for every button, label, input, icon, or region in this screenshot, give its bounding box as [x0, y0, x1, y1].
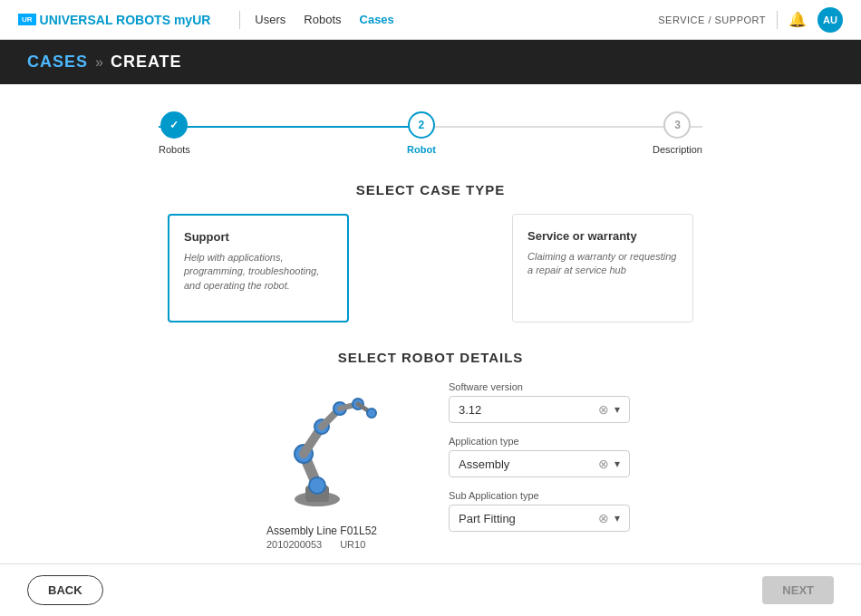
- sub-application-type-clear-icon[interactable]: ⊗: [598, 511, 609, 525]
- brand-universal: UNIVERSAL ROBOTS: [40, 13, 170, 27]
- step-2-label: Robot: [407, 144, 436, 155]
- user-avatar[interactable]: AU: [817, 7, 843, 33]
- breadcrumb-create: CREATE: [111, 53, 182, 72]
- nav-cases[interactable]: Cases: [360, 13, 394, 26]
- logo: UR UNIVERSAL ROBOTS myUR: [18, 13, 210, 27]
- robot-arm-svg: [249, 386, 394, 513]
- nav-robots[interactable]: Robots: [304, 13, 341, 26]
- software-version-icons: ⊗ ▾: [598, 402, 620, 417]
- notification-bell-icon[interactable]: 🔔: [788, 11, 807, 28]
- step-2-circle: 2: [408, 111, 435, 139]
- bottom-bar: BACK NEXT: [0, 563, 861, 616]
- robot-details-row: 2010200053 UR10: [266, 539, 377, 550]
- software-version-clear-icon[interactable]: ⊗: [598, 402, 609, 417]
- case-card-support-title: Support: [184, 230, 333, 244]
- sub-application-type-select[interactable]: Part Fitting ⊗ ▾: [449, 505, 630, 532]
- nav-divider: [239, 11, 240, 29]
- back-button[interactable]: BACK: [27, 575, 103, 605]
- software-version-field: Software version 3.12 ⊗ ▾: [449, 381, 630, 423]
- application-type-clear-icon[interactable]: ⊗: [598, 457, 609, 471]
- robot-serial: 2010200053: [266, 539, 322, 550]
- sub-application-type-icons: ⊗ ▾: [598, 511, 620, 525]
- main-content: ✓ Robots 2 Robot 3 Description SELECT CA…: [0, 84, 861, 613]
- application-type-icons: ⊗ ▾: [598, 457, 620, 471]
- page-header: CASES » CREATE: [0, 40, 861, 84]
- application-type-select[interactable]: Assembly ⊗ ▾: [449, 450, 630, 477]
- stepper-steps: ✓ Robots 2 Robot 3 Description: [159, 111, 702, 155]
- application-type-chevron-icon[interactable]: ▾: [614, 457, 620, 470]
- application-type-value: Assembly: [459, 457, 598, 471]
- robot-info: Assembly Line F01L52 2010200053 UR10: [266, 525, 377, 550]
- case-card-support[interactable]: Support Help with applications, programm…: [168, 214, 349, 322]
- step-1-label: Robots: [159, 144, 190, 155]
- case-card-service[interactable]: Service or warranty Claiming a warranty …: [512, 214, 693, 322]
- case-card-spacer: [367, 214, 494, 322]
- breadcrumb-cases[interactable]: CASES: [27, 53, 88, 72]
- sub-application-type-field: Sub Application type Part Fitting ⊗ ▾: [449, 490, 630, 532]
- step-1-circle: ✓: [160, 111, 188, 139]
- svg-point-12: [309, 477, 325, 494]
- software-version-value: 3.12: [459, 403, 598, 417]
- step-2: 2 Robot: [407, 111, 436, 155]
- step-3-label: Description: [653, 144, 702, 155]
- robot-details: Assembly Line F01L52 2010200053 UR10 Sof…: [36, 381, 825, 550]
- brand-myur: myUR: [174, 13, 210, 27]
- case-type-title: SELECT CASE TYPE: [36, 182, 825, 197]
- brand-name: UNIVERSAL ROBOTS myUR: [40, 13, 211, 27]
- breadcrumb-arrow-icon: »: [95, 54, 103, 71]
- step-3-circle: 3: [663, 111, 691, 139]
- breadcrumb: CASES » CREATE: [27, 53, 182, 72]
- case-card-service-desc: Claiming a warranty or requesting a repa…: [527, 250, 678, 278]
- software-version-label: Software version: [449, 381, 630, 392]
- robot-form-side: Software version 3.12 ⊗ ▾ Application ty…: [449, 381, 630, 550]
- stepper: ✓ Robots 2 Robot 3 Description: [36, 111, 825, 155]
- sub-application-type-label: Sub Application type: [449, 490, 630, 501]
- robot-image: [231, 381, 412, 517]
- step-1: ✓ Robots: [159, 111, 190, 155]
- robot-image-side: Assembly Line F01L52 2010200053 UR10: [231, 381, 412, 550]
- case-type-cards: Support Help with applications, programm…: [36, 214, 825, 322]
- navbar: UR UNIVERSAL ROBOTS myUR Users Robots Ca…: [0, 0, 861, 40]
- service-support-link[interactable]: SERVICE / SUPPORT: [658, 14, 766, 25]
- case-card-service-title: Service or warranty: [527, 229, 678, 243]
- navbar-right-divider: [777, 11, 778, 29]
- application-type-field: Application type Assembly ⊗ ▾: [449, 436, 630, 477]
- nav-users[interactable]: Users: [255, 13, 285, 26]
- step-3: 3 Description: [653, 111, 702, 155]
- sub-application-type-value: Part Fitting: [459, 512, 598, 525]
- navbar-right: SERVICE / SUPPORT 🔔 AU: [658, 7, 843, 33]
- case-card-support-desc: Help with applications, programming, tro…: [184, 251, 333, 293]
- software-version-chevron-icon[interactable]: ▾: [614, 403, 620, 416]
- application-type-label: Application type: [449, 436, 630, 447]
- logo-box: UR: [18, 14, 36, 25]
- software-version-select[interactable]: 3.12 ⊗ ▾: [449, 396, 630, 423]
- robot-details-title: SELECT ROBOT DETAILS: [36, 350, 825, 365]
- svg-point-11: [367, 409, 376, 418]
- next-button[interactable]: NEXT: [762, 576, 834, 604]
- robot-model: UR10: [340, 539, 365, 550]
- sub-application-type-chevron-icon[interactable]: ▾: [614, 512, 620, 525]
- nav-links: Users Robots Cases: [255, 13, 393, 26]
- robot-name: Assembly Line F01L52: [266, 525, 377, 537]
